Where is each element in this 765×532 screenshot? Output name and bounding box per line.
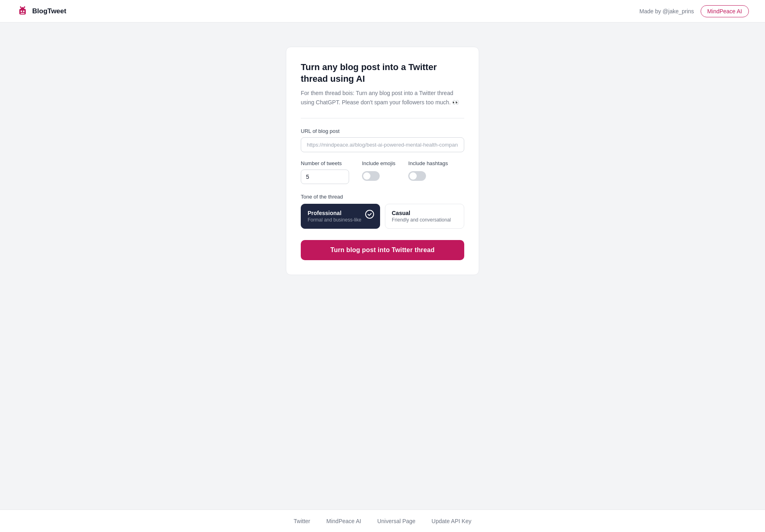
mindpeace-button[interactable]: MindPeace AI <box>701 5 749 17</box>
tone-label: Tone of the thread <box>301 194 464 200</box>
hashtags-label: Include hashtags <box>408 160 448 166</box>
main-content: Turn any blog post into a Twitter thread… <box>0 23 765 291</box>
url-label: URL of blog post <box>301 128 464 134</box>
card-title: Turn any blog post into a Twitter thread… <box>301 62 464 85</box>
hashtags-toggle[interactable] <box>408 171 426 181</box>
tone-casual-title: Casual <box>392 210 457 216</box>
url-input[interactable] <box>301 137 464 152</box>
tweets-field-group: Number of tweets <box>301 160 349 184</box>
tone-casual[interactable]: Casual Friendly and conversational <box>385 204 464 229</box>
footer-link-twitter[interactable]: Twitter <box>294 518 310 524</box>
card-subtitle: For them thread bois: Turn any blog post… <box>301 89 464 107</box>
professional-check-icon <box>365 210 374 219</box>
tone-professional[interactable]: Professional Formal and business-like <box>301 204 380 229</box>
logo-area: BlogTweet <box>16 5 66 18</box>
card-divider <box>301 118 464 118</box>
tweets-input[interactable] <box>301 170 349 184</box>
emojis-label: Include emojis <box>362 160 395 166</box>
main-card: Turn any blog post into a Twitter thread… <box>286 47 479 275</box>
hashtags-slider <box>408 171 426 181</box>
made-by-text: Made by @jake_prins <box>639 8 694 14</box>
svg-point-8 <box>24 6 25 7</box>
svg-rect-1 <box>21 7 24 10</box>
emojis-toggle-group: Include emojis <box>362 160 395 181</box>
cta-button[interactable]: Turn blog post into Twitter thread <box>301 240 464 260</box>
tone-professional-title: Professional <box>308 210 373 216</box>
svg-point-7 <box>20 6 21 7</box>
tone-casual-desc: Friendly and conversational <box>392 217 457 223</box>
footer-link-apikey[interactable]: Update API Key <box>432 518 471 524</box>
tone-professional-desc: Formal and business-like <box>308 217 373 223</box>
svg-rect-4 <box>21 13 25 14</box>
svg-point-2 <box>21 10 22 12</box>
settings-row: Number of tweets Include emojis Include … <box>301 160 464 184</box>
logo-text: BlogTweet <box>32 7 66 15</box>
tone-options: Professional Formal and business-like Ca… <box>301 204 464 229</box>
header: BlogTweet Made by @jake_prins MindPeace … <box>0 0 765 23</box>
logo-icon <box>16 5 29 18</box>
footer-link-universal[interactable]: Universal Page <box>377 518 416 524</box>
hashtags-toggle-group: Include hashtags <box>408 160 448 181</box>
footer: Twitter MindPeace AI Universal Page Upda… <box>0 509 765 532</box>
footer-link-mindpeace[interactable]: MindPeace AI <box>327 518 361 524</box>
svg-point-3 <box>23 10 25 12</box>
tweets-label: Number of tweets <box>301 160 349 166</box>
header-right: Made by @jake_prins MindPeace AI <box>639 5 749 17</box>
emojis-toggle[interactable] <box>362 171 380 181</box>
emojis-slider <box>362 171 380 181</box>
